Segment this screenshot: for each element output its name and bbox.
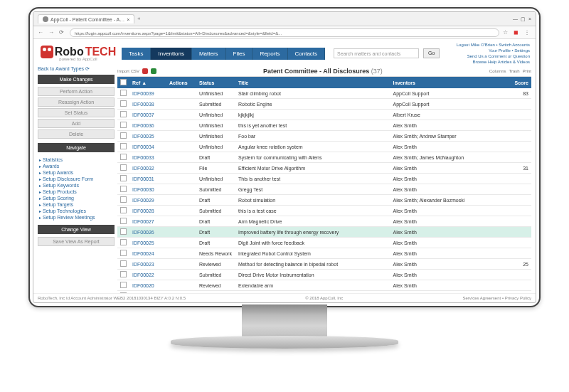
cell-ref[interactable]: IDF00030 — [129, 184, 166, 195]
table-row[interactable]: IDF00024Needs ReworkIntegrated Robot Con… — [117, 248, 531, 259]
trash-link[interactable]: Trash — [509, 69, 520, 73]
url-input[interactable]: https://login.appcoll.com/inventions.asp… — [70, 28, 499, 37]
logout-link[interactable]: Logout Mike O'Brien • Switch Accounts — [457, 43, 530, 47]
cell-ref[interactable]: IDF00025 — [129, 238, 166, 248]
nav-tab-reports[interactable]: Reports — [252, 48, 287, 60]
row-checkbox[interactable] — [120, 186, 127, 192]
cell-ref[interactable]: IDF00020 — [129, 280, 166, 291]
cell-ref[interactable]: IDF00026 — [129, 227, 166, 238]
cell-ref[interactable]: IDF00032 — [129, 163, 166, 174]
col-title[interactable]: Title — [235, 77, 390, 88]
action-perform-action[interactable]: Perform Action — [38, 87, 115, 96]
nav-item-setup-targets[interactable]: Setup Targets — [38, 201, 115, 208]
search-input[interactable]: Search matters and contacts — [334, 48, 419, 58]
cell-ref[interactable]: IDF00034 — [129, 142, 166, 152]
import-csv-link[interactable]: Import CSV — [117, 69, 139, 73]
row-checkbox[interactable] — [120, 271, 127, 277]
cell-ref[interactable]: IDF00024 — [129, 248, 166, 259]
col-inventors[interactable]: Inventors — [390, 77, 503, 88]
tab-close-icon[interactable]: × — [127, 17, 129, 22]
table-row[interactable]: IDF00039UnfinishedStair climbing robotAp… — [117, 88, 531, 99]
cell-ref[interactable]: IDF00028 — [129, 206, 166, 216]
row-checkbox[interactable] — [120, 175, 127, 181]
row-checkbox[interactable] — [120, 132, 127, 139]
nav-tab-contacts[interactable]: Contacts — [288, 48, 326, 60]
row-checkbox[interactable] — [120, 228, 127, 235]
row-checkbox[interactable] — [120, 196, 127, 203]
row-checkbox[interactable] — [120, 90, 127, 96]
columns-link[interactable]: Columns — [489, 69, 506, 73]
row-checkbox[interactable] — [120, 122, 127, 128]
table-row[interactable]: IDF00030SubmittedGregg TestAlex Smith — [117, 184, 531, 195]
window-min-icon[interactable]: — — [513, 16, 518, 21]
action-set-status[interactable]: Set Status — [38, 108, 115, 117]
table-row[interactable]: IDF00036Unfinishedthis is yet another te… — [117, 120, 531, 131]
cell-ref[interactable]: IDF00022 — [129, 270, 166, 280]
back-icon[interactable]: ← — [38, 29, 45, 36]
col-score[interactable]: Score — [503, 77, 531, 88]
table-row[interactable]: IDF00027DraftArm Magnetic DriveAlex Smit… — [117, 216, 531, 227]
col-checkbox[interactable] — [117, 77, 129, 88]
row-checkbox[interactable] — [120, 282, 127, 288]
nav-tab-files[interactable]: Files — [226, 48, 253, 60]
nav-item-setup-review-meetings[interactable]: Setup Review Meetings — [38, 214, 115, 221]
menu-icon[interactable]: ⋮ — [524, 29, 531, 36]
feedback-link[interactable]: Send Us a Comment or Question — [467, 54, 530, 58]
profile-link[interactable]: Your Profile • Settings — [489, 48, 530, 53]
table-row[interactable]: IDF00023ReviewedMethod for detecting bal… — [117, 259, 531, 270]
cell-ref[interactable]: IDF00033 — [129, 152, 166, 163]
select-all-checkbox[interactable] — [120, 79, 127, 85]
nav-item-setup-disclosure-form[interactable]: Setup Disclosure Form — [38, 176, 115, 182]
cell-ref[interactable]: IDF00039 — [129, 88, 166, 99]
nav-item-setup-awards[interactable]: Setup Awards — [38, 169, 115, 176]
table-row[interactable]: IDF00033DraftSystem for communicating wi… — [117, 152, 531, 163]
cell-ref[interactable]: IDF00036 — [129, 120, 166, 131]
row-checkbox[interactable] — [120, 143, 127, 149]
row-checkbox[interactable] — [120, 207, 127, 213]
reload-icon[interactable]: ⟳ — [59, 29, 66, 36]
extension-icon[interactable]: ◼ — [514, 29, 521, 36]
cell-ref[interactable]: IDF00035 — [129, 131, 166, 142]
nav-item-setup-keywords[interactable]: Setup Keywords — [38, 182, 115, 189]
nav-item-setup-products[interactable]: Setup Products — [38, 189, 115, 195]
table-row[interactable]: IDF00028Submittedthis is a test caseAlex… — [117, 206, 531, 216]
go-button[interactable]: Go — [423, 48, 440, 58]
back-link[interactable]: Back to Award Types ⟳ — [38, 66, 115, 72]
row-checkbox[interactable] — [120, 239, 127, 245]
col-actions[interactable]: Actions — [166, 77, 196, 88]
window-close-icon[interactable]: × — [528, 16, 531, 21]
nav-tab-inventions[interactable]: Inventions — [151, 48, 191, 60]
nav-item-awards[interactable]: Awards — [38, 163, 115, 169]
excel-icon[interactable] — [151, 68, 156, 74]
table-row[interactable]: IDF00022SubmittedDirect Drive Motor Inst… — [117, 270, 531, 280]
cell-ref[interactable]: IDF00038 — [129, 99, 166, 110]
col-ref-[interactable]: Ref ▲ — [129, 77, 166, 88]
forward-icon[interactable]: → — [48, 29, 55, 36]
row-checkbox[interactable] — [120, 164, 127, 171]
save-view-button[interactable]: Save View As Report — [38, 237, 115, 246]
col-status[interactable]: Status — [196, 77, 235, 88]
pdf-icon[interactable] — [142, 68, 148, 74]
row-checkbox[interactable] — [120, 111, 127, 117]
table-row[interactable]: IDF00031UnfinishedThis is another testAl… — [117, 174, 531, 184]
row-checkbox[interactable] — [120, 154, 127, 160]
window-max-icon[interactable]: ▢ — [521, 16, 526, 22]
table-row[interactable]: IDF00025DraftDigit Joint with force feed… — [117, 238, 531, 248]
nav-item-setup-scoring[interactable]: Setup Scoring — [38, 195, 115, 201]
nav-item-setup-technologies[interactable]: Setup Technologies — [38, 208, 115, 214]
table-row[interactable]: IDF00026DraftImproved battery life throu… — [117, 227, 531, 238]
action-add[interactable]: Add — [38, 119, 115, 128]
table-row[interactable]: IDF00038SubmittedRobotic EngineAppColl S… — [117, 99, 531, 110]
cell-ref[interactable]: IDF00023 — [129, 259, 166, 270]
row-checkbox[interactable] — [120, 250, 127, 256]
cell-ref[interactable]: IDF00037 — [129, 110, 166, 120]
disclosure-table-wrap[interactable]: Ref ▲ActionsStatusTitleInventorsScore ID… — [117, 76, 531, 293]
action-delete[interactable]: Delete — [38, 129, 115, 139]
row-checkbox[interactable] — [120, 218, 127, 224]
browser-tab[interactable]: AppColl - Patent Committee - A… × — [38, 14, 134, 23]
action-reassign-action[interactable]: Reassign Action — [38, 97, 115, 107]
nav-tab-matters[interactable]: Matters — [192, 48, 226, 60]
table-row[interactable]: IDF00029DraftRobot simulationAlex Smith;… — [117, 195, 531, 206]
star-icon[interactable]: ☆ — [503, 29, 510, 36]
table-row[interactable]: IDF00035UnfinishedFoo barAlex Smith; And… — [117, 131, 531, 142]
